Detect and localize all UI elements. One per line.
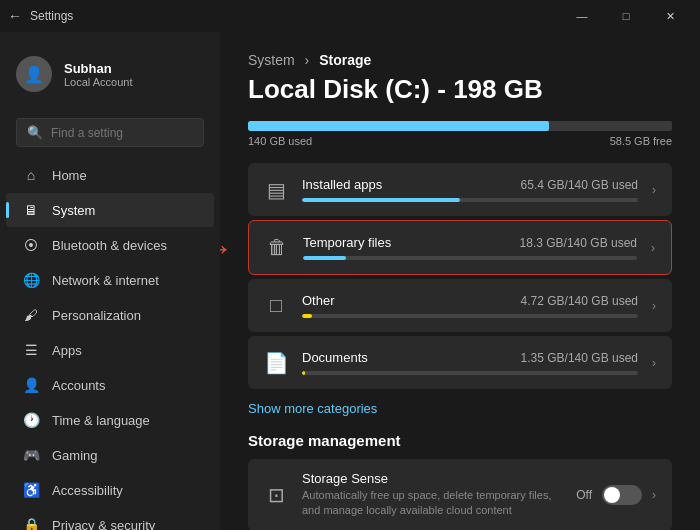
storage-item-bar-documents xyxy=(302,371,638,375)
storage-item-bar-fill-documents xyxy=(302,371,305,375)
show-more-link[interactable]: Show more categories xyxy=(248,401,377,416)
sidebar-item-accounts[interactable]: 👤 Accounts xyxy=(6,368,214,402)
nav-list: ⌂ Home 🖥 System ⦿ Bluetooth & devices 🌐 … xyxy=(0,157,220,530)
nav-icon-accessibility: ♿ xyxy=(22,482,40,498)
nav-label-gaming: Gaming xyxy=(52,448,98,463)
breadcrumb-parent: System xyxy=(248,52,295,68)
back-button[interactable]: ← xyxy=(8,8,22,24)
page-title: Local Disk (C:) - 198 GB xyxy=(248,74,672,105)
storage-sense-item[interactable]: ⊡ Storage Sense Automatically free up sp… xyxy=(248,459,672,530)
storage-item-size-documents: 1.35 GB/140 GB used xyxy=(521,351,638,365)
titlebar-title: Settings xyxy=(30,9,73,23)
storage-item-chevron-temporary-files: › xyxy=(651,241,655,255)
storage-bar-track xyxy=(248,121,672,131)
storage-item-icon-installed-apps: ▤ xyxy=(264,178,288,202)
management-section-title: Storage management xyxy=(248,432,672,449)
profile-sub: Local Account xyxy=(64,76,133,88)
storage-item-header-documents: Documents 1.35 GB/140 GB used xyxy=(302,350,638,365)
sidebar-item-system[interactable]: 🖥 System xyxy=(6,193,214,227)
storage-item-other[interactable]: □ Other 4.72 GB/140 GB used › xyxy=(248,279,672,332)
storage-items-list: ▤ Installed apps 65.4 GB/140 GB used › 🗑… xyxy=(248,163,672,389)
storage-item-bar-fill-temporary-files xyxy=(303,256,346,260)
search-icon: 🔍 xyxy=(27,125,43,140)
nav-label-bluetooth: Bluetooth & devices xyxy=(52,238,167,253)
breadcrumb-sep: › xyxy=(305,52,310,68)
nav-icon-privacy: 🔒 xyxy=(22,517,40,530)
nav-icon-bluetooth: ⦿ xyxy=(22,237,40,253)
sidebar-item-gaming[interactable]: 🎮 Gaming xyxy=(6,438,214,472)
sidebar-item-personalization[interactable]: 🖌 Personalization xyxy=(6,298,214,332)
storage-item-installed-apps[interactable]: ▤ Installed apps 65.4 GB/140 GB used › xyxy=(248,163,672,216)
storage-sense-body: Storage Sense Automatically free up spac… xyxy=(302,471,562,519)
sidebar-item-privacy[interactable]: 🔒 Privacy & security xyxy=(6,508,214,530)
storage-item-bar-fill-other xyxy=(302,314,312,318)
window-controls: — □ ✕ xyxy=(560,0,692,32)
nav-icon-apps: ☰ xyxy=(22,342,40,358)
profile[interactable]: 👤 Subhan Local Account xyxy=(16,48,204,100)
profile-info: Subhan Local Account xyxy=(64,61,133,88)
storage-item-name-documents: Documents xyxy=(302,350,368,365)
storage-bar-section: 140 GB used 58.5 GB free xyxy=(248,121,672,147)
nav-label-home: Home xyxy=(52,168,87,183)
storage-item-bar-other xyxy=(302,314,638,318)
nav-icon-accounts: 👤 xyxy=(22,377,40,393)
toggle-knob xyxy=(604,487,620,503)
sidebar-item-accessibility[interactable]: ♿ Accessibility xyxy=(6,473,214,507)
titlebar: ← Settings — □ ✕ xyxy=(0,0,700,32)
storage-item-bar-temporary-files xyxy=(303,256,637,260)
nav-label-network: Network & internet xyxy=(52,273,159,288)
storage-free-label: 58.5 GB free xyxy=(610,135,672,147)
close-button[interactable]: ✕ xyxy=(648,0,692,32)
storage-item-body-installed-apps: Installed apps 65.4 GB/140 GB used xyxy=(302,177,638,202)
storage-sense-right: Off › xyxy=(576,485,656,505)
nav-label-apps: Apps xyxy=(52,343,82,358)
nav-label-system: System xyxy=(52,203,95,218)
storage-item-bar-installed-apps xyxy=(302,198,638,202)
storage-item-header-temporary-files: Temporary files 18.3 GB/140 GB used xyxy=(303,235,637,250)
storage-item-body-documents: Documents 1.35 GB/140 GB used xyxy=(302,350,638,375)
storage-item-documents[interactable]: 📄 Documents 1.35 GB/140 GB used › xyxy=(248,336,672,389)
nav-icon-time: 🕐 xyxy=(22,412,40,428)
sidebar-item-network[interactable]: 🌐 Network & internet xyxy=(6,263,214,297)
storage-item-chevron-other: › xyxy=(652,299,656,313)
storage-item-chevron-installed-apps: › xyxy=(652,183,656,197)
storage-sense-toggle[interactable] xyxy=(602,485,642,505)
minimize-button[interactable]: — xyxy=(560,0,604,32)
nav-icon-personalization: 🖌 xyxy=(22,307,40,323)
storage-sense-chevron: › xyxy=(652,488,656,502)
sidebar-header: 👤 Subhan Local Account xyxy=(0,32,220,108)
sidebar-item-bluetooth[interactable]: ⦿ Bluetooth & devices xyxy=(6,228,214,262)
main-content: System › Storage Local Disk (C:) - 198 G… xyxy=(220,32,700,530)
storage-item-body-other: Other 4.72 GB/140 GB used xyxy=(302,293,638,318)
nav-icon-home: ⌂ xyxy=(22,167,40,183)
storage-item-bar-fill-installed-apps xyxy=(302,198,460,202)
breadcrumb-current: Storage xyxy=(319,52,371,68)
storage-item-icon-documents: 📄 xyxy=(264,351,288,375)
nav-icon-network: 🌐 xyxy=(22,272,40,288)
maximize-button[interactable]: □ xyxy=(604,0,648,32)
red-arrow-icon: → xyxy=(220,229,233,266)
storage-bar-fill xyxy=(248,121,549,131)
storage-sense-desc: Automatically free up space, delete temp… xyxy=(302,488,562,519)
storage-item-temporary-files[interactable]: 🗑 Temporary files 18.3 GB/140 GB used › … xyxy=(248,220,672,275)
sidebar-item-home[interactable]: ⌂ Home xyxy=(6,158,214,192)
app-container: 👤 Subhan Local Account 🔍 ⌂ Home 🖥 System… xyxy=(0,32,700,530)
search-box[interactable]: 🔍 xyxy=(16,118,204,147)
storage-item-name-other: Other xyxy=(302,293,335,308)
nav-icon-system: 🖥 xyxy=(22,202,40,218)
nav-label-time: Time & language xyxy=(52,413,150,428)
sidebar: 👤 Subhan Local Account 🔍 ⌂ Home 🖥 System… xyxy=(0,32,220,530)
nav-label-personalization: Personalization xyxy=(52,308,141,323)
sidebar-item-time[interactable]: 🕐 Time & language xyxy=(6,403,214,437)
search-input[interactable] xyxy=(51,126,193,140)
storage-item-size-other: 4.72 GB/140 GB used xyxy=(521,294,638,308)
storage-item-body-temporary-files: Temporary files 18.3 GB/140 GB used xyxy=(303,235,637,260)
avatar: 👤 xyxy=(16,56,52,92)
sidebar-item-apps[interactable]: ☰ Apps xyxy=(6,333,214,367)
profile-name: Subhan xyxy=(64,61,133,76)
storage-sense-toggle-label: Off xyxy=(576,488,592,502)
storage-item-header-installed-apps: Installed apps 65.4 GB/140 GB used xyxy=(302,177,638,192)
storage-item-icon-other: □ xyxy=(264,294,288,317)
nav-label-privacy: Privacy & security xyxy=(52,518,155,531)
storage-item-size-installed-apps: 65.4 GB/140 GB used xyxy=(521,178,638,192)
